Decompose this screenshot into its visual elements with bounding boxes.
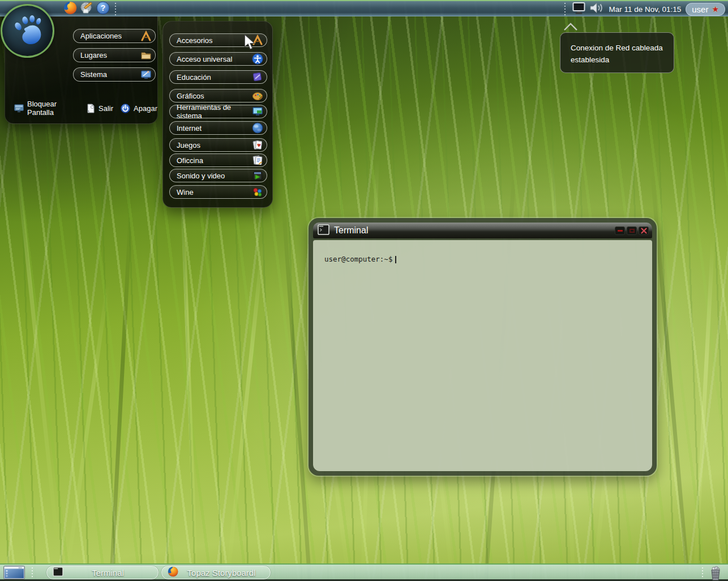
user-menu-button[interactable]: user ★ xyxy=(686,3,725,16)
system-tools-icon xyxy=(252,106,263,117)
menu-category-sistema[interactable]: Sistema xyxy=(73,67,156,82)
submenu-item-herramientas-de-sistema[interactable]: Herramientas de sistema xyxy=(169,105,267,118)
category-label: Lugares xyxy=(80,51,107,59)
notification-message: Conexion de Red cableada establesida xyxy=(571,44,663,64)
task-label: Terminal xyxy=(63,568,152,578)
panel-launchers: ? xyxy=(63,2,118,16)
submenu-item-label: Accesorios xyxy=(177,36,213,45)
maximize-icon xyxy=(629,229,635,233)
svg-text:?: ? xyxy=(101,3,106,12)
red-star-icon: ★ xyxy=(712,5,719,14)
close-icon xyxy=(641,228,647,234)
taskbar-grip-left[interactable] xyxy=(32,567,33,577)
task-button-topaz-storyboard[interactable]: Topaz Storyboardl xyxy=(161,566,271,579)
submenu-item-label: Wine xyxy=(177,188,194,196)
education-icon xyxy=(252,71,263,83)
firefox-launcher[interactable] xyxy=(63,2,77,16)
action-label: Bloquear Pantalla xyxy=(27,100,78,117)
office-icon xyxy=(252,155,263,166)
universal-access-icon xyxy=(252,53,263,65)
taskbar-grip-right[interactable] xyxy=(702,567,703,577)
submenu-item-juegos[interactable]: Juegos ♥ xyxy=(169,138,267,152)
minimize-button[interactable] xyxy=(615,227,625,235)
web-editor-launcher[interactable] xyxy=(80,2,93,16)
menu-category-aplicaciones[interactable]: Aplicaciones xyxy=(73,29,156,43)
terminal-prompt: user@computer:~$ xyxy=(324,255,392,263)
help-launcher[interactable]: ? xyxy=(96,2,110,16)
submenu-item-label: Educación xyxy=(177,73,211,82)
user-label: user xyxy=(692,5,708,14)
submenu-item-label: Sonido y video xyxy=(177,172,225,180)
terminal-content[interactable]: user@computer:~$ xyxy=(313,240,652,471)
terminal-text-cursor xyxy=(395,256,396,263)
submenu-item-internet[interactable]: Internet xyxy=(169,121,267,135)
games-icon: ♥ xyxy=(252,139,263,151)
show-desktop-icon xyxy=(3,571,25,581)
submenu-item-label: Gráficos xyxy=(177,92,204,100)
maximize-button[interactable] xyxy=(627,227,637,235)
mouse-cursor xyxy=(243,35,258,53)
submenu-item-label: Oficcina xyxy=(177,156,203,165)
submenu-item-label: Herramientas de sistema xyxy=(177,103,252,120)
submenu-item-sonido-y-video[interactable]: Sonido y video xyxy=(169,169,267,182)
submenu-item-label: Internet xyxy=(177,124,202,133)
firefox-icon xyxy=(168,566,178,579)
applications-icon xyxy=(140,31,152,42)
terminal-titlebar[interactable]: Terminal xyxy=(313,223,652,238)
firefox-icon xyxy=(63,1,77,17)
action-label: Apagar xyxy=(134,104,157,113)
submenu-item-label: Acceso universal xyxy=(177,55,232,63)
volume-icon xyxy=(589,1,606,17)
submenu-item-label: Juegos xyxy=(177,141,200,149)
network-status[interactable] xyxy=(572,2,586,16)
submenu-item-acceso-universal[interactable]: Acceso universal xyxy=(169,52,267,66)
taskbar: Terminal Topaz Storyboardl xyxy=(0,563,728,581)
trash-applet[interactable] xyxy=(708,565,723,581)
network-notification[interactable]: Conexion de Red cableada establesida xyxy=(560,32,674,73)
clock[interactable]: Mar 11 de Nov, 01:15 xyxy=(609,5,681,14)
top-panel: ? xyxy=(0,0,728,16)
submenu-item-graficos[interactable]: Gráficos xyxy=(169,89,267,102)
web-editor-icon xyxy=(80,1,93,17)
submenu-item-educacion[interactable]: Educación xyxy=(169,70,267,84)
svg-text:♥: ♥ xyxy=(256,143,261,148)
terminal-icon xyxy=(318,224,329,237)
show-desktop-button[interactable] xyxy=(3,566,25,581)
system-icon xyxy=(140,69,152,80)
minimize-icon xyxy=(618,230,623,232)
terminal-window: Terminal user@computer:~$ xyxy=(309,218,657,476)
graphics-icon xyxy=(252,90,263,101)
panel-grip-right[interactable] xyxy=(562,3,568,15)
category-label: Sistema xyxy=(80,70,107,79)
lock-screen-button[interactable]: Bloquear Pantalla xyxy=(14,100,78,117)
wine-icon xyxy=(252,186,263,198)
submenu-item-wine[interactable]: Wine xyxy=(169,185,267,199)
task-button-terminal[interactable]: Terminal xyxy=(46,566,159,579)
submenu-item-oficcina[interactable]: Oficcina xyxy=(169,153,267,167)
window-controls xyxy=(615,227,649,235)
internet-icon xyxy=(252,122,263,134)
category-label: Aplicaciones xyxy=(80,32,122,40)
desktop: ? xyxy=(0,0,728,581)
action-label: Salir xyxy=(99,104,113,113)
terminal-icon xyxy=(53,567,63,578)
logout-button[interactable]: Salir xyxy=(85,104,113,113)
lock-screen-icon xyxy=(14,104,24,113)
task-label: Topaz Storyboardl xyxy=(178,568,264,578)
session-actions: Bloquear Pantalla Salir xyxy=(14,100,157,117)
network-icon xyxy=(572,1,587,17)
power-icon xyxy=(121,104,130,113)
shutdown-button[interactable]: Apagar xyxy=(121,104,157,113)
help-icon: ? xyxy=(96,1,110,17)
volume-control[interactable] xyxy=(590,2,604,16)
panel-grip-left[interactable] xyxy=(113,3,118,15)
trash-icon xyxy=(708,573,723,581)
menu-category-lugares[interactable]: Lugares xyxy=(73,48,156,62)
panel-status-area: Mar 11 de Nov, 01:15 user ★ xyxy=(562,2,725,16)
sound-video-icon xyxy=(252,170,263,181)
gnome-foot-icon xyxy=(7,10,48,52)
places-icon xyxy=(140,50,152,61)
main-menu-button[interactable] xyxy=(1,4,54,58)
logout-icon xyxy=(85,104,95,113)
close-button[interactable] xyxy=(639,227,649,235)
